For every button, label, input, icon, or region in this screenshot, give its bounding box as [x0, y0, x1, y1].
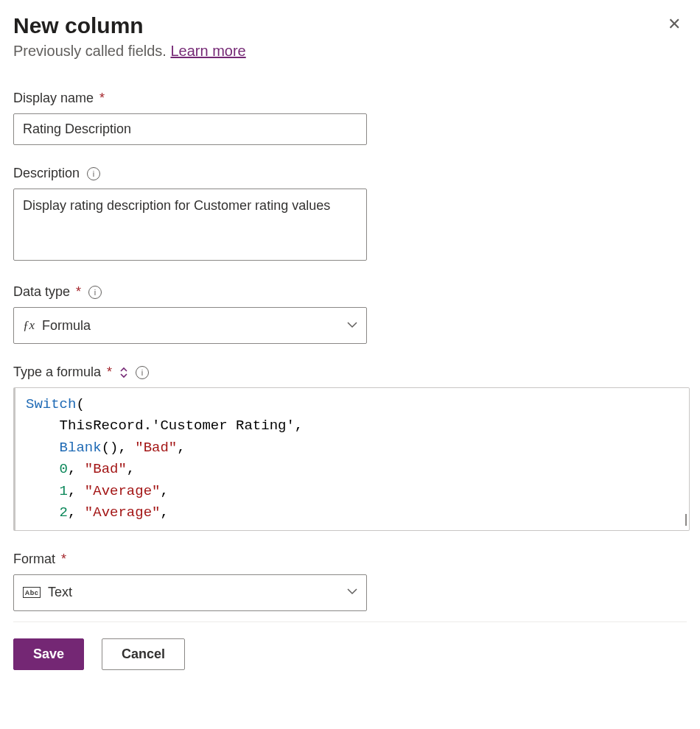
fx-icon: ƒx	[23, 318, 35, 333]
description-label-text: Description	[13, 166, 80, 181]
tok: "Average"	[85, 504, 161, 521]
abc-icon: Abc	[23, 587, 41, 598]
tok: ThisRecord.'Customer Rating',	[60, 418, 304, 434]
format-label: Format*	[13, 552, 687, 567]
tok: "Average"	[85, 483, 161, 499]
tok: (),	[102, 440, 136, 456]
tok: ,	[68, 504, 85, 521]
expand-icon[interactable]	[119, 367, 128, 378]
info-icon[interactable]: i	[136, 366, 149, 379]
learn-more-link[interactable]: Learn more	[170, 43, 245, 59]
scroll-indicator	[679, 514, 687, 526]
chevron-down-icon	[347, 585, 357, 600]
tok: (	[76, 396, 84, 412]
tok: ,	[160, 504, 168, 521]
panel-title: New column	[13, 13, 144, 38]
close-icon[interactable]: ✕	[662, 13, 687, 35]
cancel-button[interactable]: Cancel	[102, 638, 185, 670]
tok-blank: Blank	[60, 440, 102, 456]
description-input[interactable]: Display rating description for Customer …	[13, 189, 367, 261]
save-button[interactable]: Save	[13, 638, 84, 670]
info-icon[interactable]: i	[88, 286, 102, 299]
data-type-value: Formula	[42, 318, 91, 334]
tok: "Bad"	[135, 440, 177, 456]
required-asterisk: *	[107, 364, 112, 380]
format-label-text: Format	[13, 552, 55, 567]
tok: ,	[177, 440, 185, 456]
tok: 2	[60, 504, 68, 521]
tok: ,	[68, 483, 85, 499]
required-asterisk: *	[99, 91, 105, 106]
formula-editor[interactable]: Switch( ThisRecord.'Customer Rating', Bl…	[13, 387, 690, 531]
tok-switch: Switch	[26, 396, 76, 412]
format-select[interactable]: Abc Text	[13, 574, 367, 611]
data-type-label-text: Data type	[13, 284, 70, 300]
tok: ,	[68, 461, 85, 477]
formula-label: Type a formula* i	[13, 364, 687, 380]
subtitle-text: Previously called fields.	[13, 43, 170, 59]
chevron-down-icon	[347, 318, 357, 334]
display-name-label-text: Display name	[13, 91, 94, 106]
tok: "Bad"	[85, 461, 127, 477]
formula-label-text: Type a formula	[13, 364, 101, 380]
panel-subtitle: Previously called fields. Learn more	[13, 43, 687, 60]
display-name-input[interactable]	[13, 113, 367, 145]
format-value: Text	[48, 585, 72, 600]
tok: 1	[60, 483, 68, 499]
data-type-label: Data type* i	[13, 284, 687, 300]
tok: 0	[60, 461, 68, 477]
info-icon[interactable]: i	[87, 167, 100, 180]
data-type-select[interactable]: ƒx Formula	[13, 307, 367, 344]
tok: ,	[160, 483, 168, 499]
description-label: Description i	[13, 166, 687, 181]
required-asterisk: *	[61, 552, 66, 567]
display-name-label: Display name*	[13, 91, 687, 106]
tok: ,	[127, 461, 135, 477]
required-asterisk: *	[76, 284, 81, 300]
